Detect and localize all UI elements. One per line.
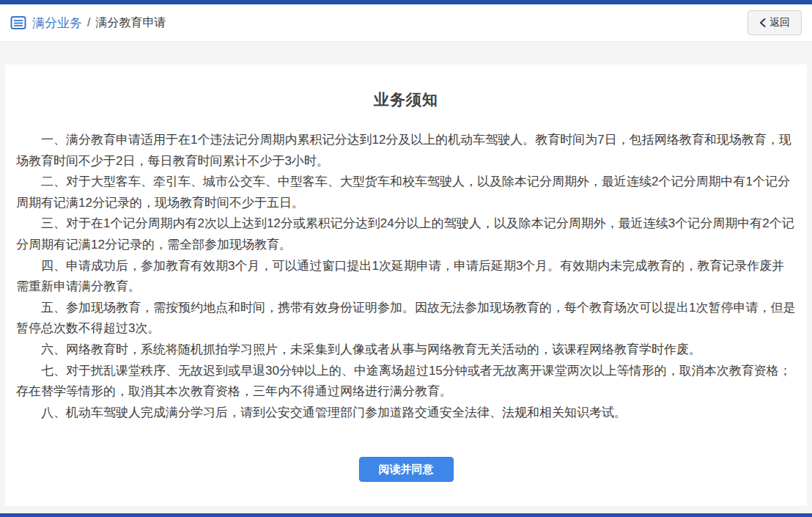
notice-paragraph-6: 六、网络教育时，系统将随机抓拍学习照片，未采集到人像或者从事与网络教育无关活动的…	[16, 340, 796, 361]
notice-card: 业务须知 一、满分教育申请适用于在1个违法记分周期内累积记分达到12分及以上的机…	[5, 65, 807, 506]
notice-body: 一、满分教育申请适用于在1个违法记分周期内累积记分达到12分及以上的机动车驾驶人…	[16, 130, 796, 423]
breadcrumb-current: 满分教育申请	[95, 15, 166, 31]
breadcrumb-separator: /	[87, 16, 90, 29]
bottom-accent-bar	[0, 513, 812, 517]
page-header: 满分业务 / 满分教育申请 返回	[0, 4, 812, 42]
notice-paragraph-5: 五、参加现场教育，需按预约地点和时间，携带有效身份证明参加。因故无法参加现场教育…	[16, 298, 796, 340]
list-icon	[10, 15, 26, 31]
back-button-label: 返回	[769, 16, 790, 29]
breadcrumb: 满分业务 / 满分教育申请	[10, 15, 166, 32]
notice-paragraph-2: 二、对于大型客车、牵引车、城市公交车、中型客车、大型货车和校车驾驶人，以及除本记…	[16, 172, 796, 213]
notice-paragraph-8: 八、机动车驾驶人完成满分学习后，请到公安交通管理部门参加道路交通安全法律、法规和…	[16, 403, 796, 424]
notice-title: 业务须知	[16, 89, 796, 110]
chevron-left-icon	[759, 18, 766, 27]
notice-paragraph-1: 一、满分教育申请适用于在1个违法记分周期内累积记分达到12分及以上的机动车驾驶人…	[16, 130, 796, 172]
notice-paragraph-7: 七、对于扰乱课堂秩序、无故迟到或早退30分钟以上的、中途离场超过15分钟或者无故…	[16, 361, 796, 403]
agree-button[interactable]: 阅读并同意	[359, 457, 454, 482]
breadcrumb-section-link[interactable]: 满分业务	[32, 15, 82, 32]
notice-paragraph-3: 三、对于在1个记分周期内有2次以上达到12分或累积记分达到24分以上的驾驶人，以…	[16, 213, 796, 255]
agree-button-row: 阅读并同意	[16, 457, 796, 482]
back-button[interactable]: 返回	[748, 10, 802, 35]
notice-paragraph-4: 四、申请成功后，参加教育有效期3个月，可以通过窗口提出1次延期申请，申请后延期3…	[16, 256, 796, 298]
